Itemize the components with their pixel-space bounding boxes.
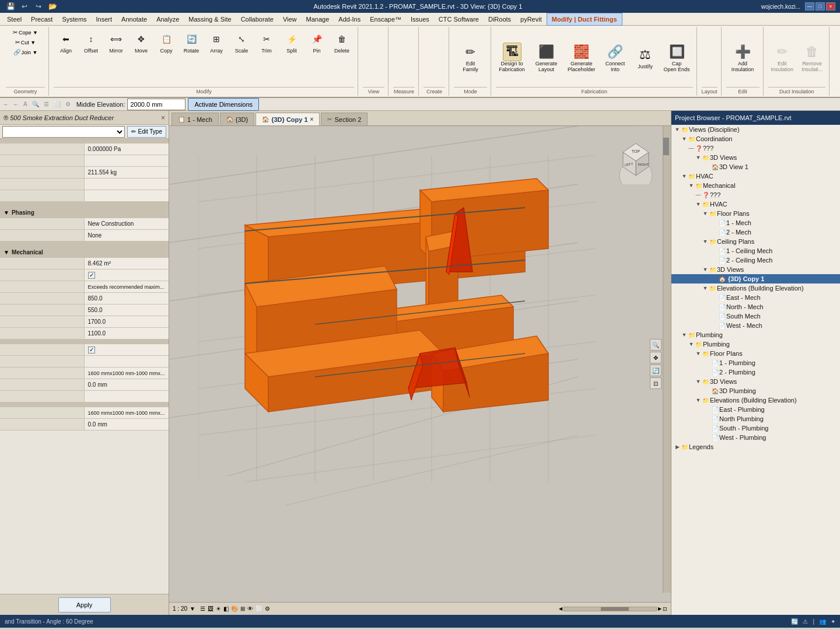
view-tab-section2[interactable]: ✂ Section 2 xyxy=(321,113,368,125)
ribbon-align-btn[interactable]: ⬅Align xyxy=(54,28,78,56)
sync-icon[interactable]: 🔄 xyxy=(791,618,798,625)
ribbon-offset-btn[interactable]: ↕Offset xyxy=(79,28,103,56)
maximize-btn[interactable]: □ xyxy=(816,2,825,10)
tree-item[interactable]: ▼ 📁 Floor Plans xyxy=(671,349,840,358)
menu-diroots[interactable]: DiRoots xyxy=(484,13,516,26)
visual-style-icon[interactable]: 🖼 xyxy=(208,606,214,612)
menu-annotate[interactable]: Annotate xyxy=(117,13,152,26)
ribbon-split-btn[interactable]: ⚡Split xyxy=(279,28,304,56)
tree-item[interactable]: ▼ 📁 Plumbing xyxy=(671,330,840,340)
scroll-indicator[interactable] xyxy=(0,202,169,206)
tree-item[interactable]: — ❓ ??? xyxy=(671,190,840,200)
tree-item[interactable]: ▼ 📁 3D Views xyxy=(671,153,840,162)
tree-item[interactable]: ▼ 📁 Ceiling Plans xyxy=(671,237,840,246)
ribbon-array-btn[interactable]: ⊞Array xyxy=(204,28,229,56)
apply-btn[interactable]: Apply xyxy=(58,597,111,612)
ribbon-pin-btn[interactable]: 📌Pin xyxy=(304,28,329,56)
menu-view[interactable]: View xyxy=(278,13,302,26)
tree-item[interactable]: 📄 1 - Ceiling Mech xyxy=(671,246,840,256)
tree-item-legends[interactable]: ▶ 📁 Legends xyxy=(671,442,840,452)
tree-item[interactable]: ▼ 📁 Plumbing xyxy=(671,340,840,349)
ribbon-move-btn[interactable]: ✥Move xyxy=(129,28,153,56)
detail-level-icon[interactable]: ☰ xyxy=(200,606,205,612)
view-pan-btn[interactable]: ✥ xyxy=(650,352,662,363)
tree-item[interactable]: 📄 West - Plumbing xyxy=(671,433,840,442)
minimize-btn[interactable]: — xyxy=(805,2,814,10)
model-display-icon[interactable]: ⬜ xyxy=(256,606,262,612)
quick-access-redo[interactable]: ↪ xyxy=(33,1,44,12)
tree-item[interactable]: ▼ 📁 Mechanical xyxy=(671,181,840,190)
prop-section-mechanical[interactable]: ▼ Mechanical xyxy=(0,246,169,258)
tree-item[interactable]: ▼ 📁 3D Views xyxy=(671,265,840,274)
tree-item[interactable]: 🏠 3D Plumbing xyxy=(671,386,840,396)
tree-item[interactable]: 📄 South - Plumbing xyxy=(671,424,840,433)
sun-path-icon[interactable]: ☀ xyxy=(216,606,221,612)
tree-item[interactable]: ▼ 📁 Views (Discipline) xyxy=(671,125,840,134)
tree-item[interactable]: 📄 North Plumbing xyxy=(671,414,840,424)
hscroll-left-btn[interactable]: ◀ xyxy=(559,606,562,611)
elevation-input[interactable] xyxy=(127,99,186,110)
menu-addins[interactable]: Add-Ins xyxy=(334,13,365,26)
render-icon[interactable]: 🎨 xyxy=(231,606,238,612)
menu-precast[interactable]: Precast xyxy=(26,13,57,26)
ribbon-add-insulation-btn[interactable]: ➕ AddInsulation xyxy=(727,41,759,75)
tree-item[interactable]: 📄 2 - Ceiling Mech xyxy=(671,256,840,265)
view-orbit-btn[interactable]: 🔄 xyxy=(650,365,662,376)
tree-item[interactable]: ▼ 📁 HVAC xyxy=(671,172,840,181)
tree-item-3d-copy1[interactable]: 🏠 {3D} Copy 1 xyxy=(671,274,840,284)
menu-manage[interactable]: Manage xyxy=(302,13,334,26)
ribbon-delete-btn[interactable]: 🗑Delete xyxy=(330,28,354,56)
ribbon-rotate-btn[interactable]: 🔄Rotate xyxy=(179,28,204,56)
tree-item[interactable]: 📄 2 - Plumbing xyxy=(671,368,840,377)
tree-item[interactable]: 📄 1 - Mech xyxy=(671,218,840,228)
menu-enscape[interactable]: Enscape™ xyxy=(365,13,406,26)
tree-item[interactable]: 📄 West - Mech xyxy=(671,321,840,330)
tree-item[interactable]: ▼ 📁 Coordination xyxy=(671,134,840,144)
tree-item[interactable]: 📄 North - Mech xyxy=(671,302,840,312)
type-dropdown[interactable] xyxy=(2,126,125,138)
tree-item[interactable]: 📄 South Mech xyxy=(671,312,840,321)
menu-analyze[interactable]: Analyze xyxy=(152,13,184,26)
ribbon-remove-insulation-btn[interactable]: 🗑 RemoveInsulati... xyxy=(799,41,825,75)
tab-close-btn[interactable]: × xyxy=(310,116,314,123)
menu-ctc[interactable]: CTC Software xyxy=(434,13,484,26)
view-zoom-btn[interactable]: 🔍 xyxy=(650,339,662,351)
ribbon-copy-btn[interactable]: 📋Copy xyxy=(154,28,178,56)
crop-icon[interactable]: ⊞ xyxy=(240,606,245,612)
menu-issues[interactable]: Issues xyxy=(406,13,434,26)
menu-insert[interactable]: Insert xyxy=(92,13,117,26)
view-tab-1-mech[interactable]: 📋 1 - Mech xyxy=(172,113,219,125)
viewport-canvas[interactable]: TOP RIGHT LEFT 🔍 ✥ 🔄 ⊡ xyxy=(169,126,671,602)
prop-checkbox[interactable]: ✓ xyxy=(88,272,95,279)
menu-steel[interactable]: Steel xyxy=(2,13,26,26)
edit-type-btn[interactable]: ✏ Edit Type xyxy=(127,126,166,138)
viewport-vscrollbar[interactable] xyxy=(663,126,671,593)
hscroll-thumb[interactable] xyxy=(601,607,628,611)
panel-close-btn[interactable]: × xyxy=(161,114,165,122)
vscroll-thumb[interactable] xyxy=(663,138,669,155)
view-tab-3d-copy1[interactable]: 🏠 {3D} Copy 1 × xyxy=(256,113,320,125)
view-fit-btn[interactable]: ⊡ xyxy=(650,377,662,389)
shadow-icon[interactable]: ◧ xyxy=(223,606,229,612)
worksets-icon[interactable]: 👥 xyxy=(819,618,826,625)
ribbon-edit-family-btn[interactable]: ✏ EditFamily xyxy=(459,41,483,75)
tree-item[interactable]: ▼ 📁 Elevations (Building Elevation) xyxy=(671,396,840,405)
tree-item[interactable]: — ❓ ??? xyxy=(671,144,840,153)
scroll-indicator[interactable] xyxy=(0,242,169,246)
tree-item[interactable]: 📄 East - Mech xyxy=(671,293,840,302)
ribbon-generate-placeholder-btn[interactable]: 🧱 GeneratePlaceholder xyxy=(565,41,598,75)
ribbon-scale-btn[interactable]: ⤡Scale xyxy=(229,28,254,56)
hscroll-track[interactable] xyxy=(564,607,657,611)
ribbon-mirror-pick-btn[interactable]: ⟺Mirror xyxy=(104,28,128,56)
ribbon-generate-layout-btn[interactable]: ⬛ GenerateLayout xyxy=(530,41,562,75)
menu-systems[interactable]: Systems xyxy=(57,13,91,26)
close-btn[interactable]: × xyxy=(826,2,835,10)
view-cube[interactable]: TOP RIGHT LEFT xyxy=(612,138,659,184)
ribbon-cope-btn[interactable]: ✂Cope ▼ xyxy=(10,28,40,37)
activate-dimensions-btn[interactable]: Activate Dimensions xyxy=(188,98,259,111)
tree-item[interactable]: ▼ 📁 Elevations (Building Elevation) xyxy=(671,284,840,293)
fit-page-btn[interactable]: ⊡ xyxy=(663,606,667,612)
tree-item[interactable]: ▼ 📁 HVAC xyxy=(671,200,840,209)
ribbon-edit-insulation-btn[interactable]: ✏ EditInsulation xyxy=(768,41,797,75)
tree-item[interactable]: ▼ 📁 3D Views xyxy=(671,377,840,386)
